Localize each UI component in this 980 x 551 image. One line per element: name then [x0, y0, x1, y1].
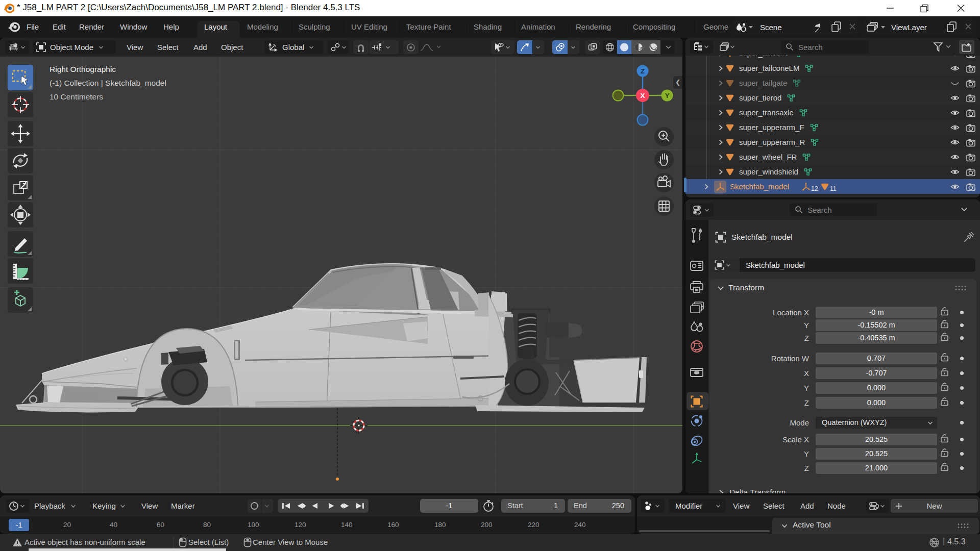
svg-text:X: X	[640, 92, 645, 99]
svg-text:Y: Y	[665, 92, 670, 99]
svg-text:Z: Z	[641, 67, 645, 75]
